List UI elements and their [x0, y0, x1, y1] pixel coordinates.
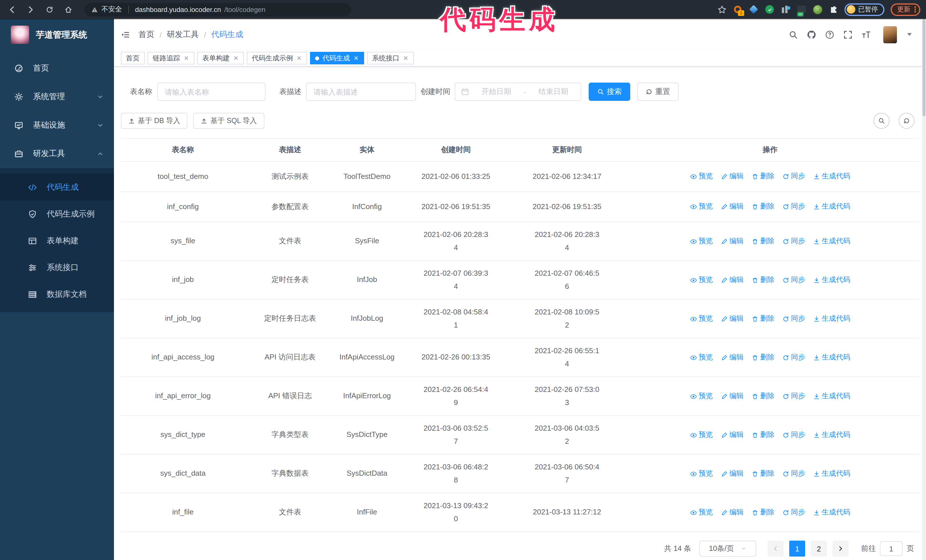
extension-monkey-icon[interactable] [813, 5, 822, 14]
table-desc-input[interactable] [306, 83, 416, 101]
browser-profile-chip[interactable]: 已暂停 [844, 3, 884, 16]
extension-columns-icon[interactable] [781, 5, 790, 14]
table-row[interactable]: sys_dict_data 字典数据表 SysDictData 2021-03-… [121, 454, 919, 494]
font-size-icon[interactable] [862, 30, 871, 39]
generate-code-link[interactable]: 生成代码 [813, 235, 850, 248]
tab-codegen[interactable]: 代码生成 [310, 52, 364, 64]
tab-codegen-example[interactable]: 代码生成示例 [247, 52, 307, 64]
user-avatar[interactable] [883, 26, 897, 43]
preview-link[interactable]: 预览 [690, 468, 713, 480]
generate-code-link[interactable]: 生成代码 [813, 171, 850, 183]
edit-link[interactable]: 编辑 [721, 390, 744, 403]
edit-link[interactable]: 编辑 [721, 429, 744, 441]
browser-home-button[interactable] [62, 3, 75, 16]
generate-code-link[interactable]: 生成代码 [813, 429, 850, 441]
bookmark-star-icon[interactable] [717, 5, 726, 14]
preview-link[interactable]: 预览 [690, 313, 713, 325]
edit-link[interactable]: 编辑 [721, 201, 744, 213]
refresh-table-button[interactable] [899, 113, 915, 129]
sidebar-collapse-icon[interactable] [121, 30, 130, 39]
window-scrollbar[interactable] [922, 19, 926, 560]
generate-code-link[interactable]: 生成代码 [813, 390, 850, 403]
generate-code-link[interactable]: 生成代码 [813, 352, 850, 364]
sync-link[interactable]: 同步 [782, 352, 805, 364]
edit-link[interactable]: 编辑 [721, 352, 744, 364]
delete-link[interactable]: 删除 [752, 201, 775, 213]
table-row[interactable]: sys_dict_type 字典类型表 SysDictType 2021-03-… [121, 416, 919, 454]
sync-link[interactable]: 同步 [782, 506, 805, 519]
app-logo-row[interactable]: 芋道管理系统 [0, 19, 114, 51]
sidebar-item-infrastructure[interactable]: 基础设施 [0, 111, 114, 140]
generate-code-link[interactable]: 生成代码 [813, 201, 850, 213]
edit-link[interactable]: 编辑 [721, 235, 744, 248]
table-row[interactable]: tool_test_demo 测试示例表 ToolTestDemo 2021-0… [121, 162, 919, 192]
generate-code-link[interactable]: 生成代码 [813, 468, 850, 480]
browser-menu-icon[interactable] [914, 6, 916, 12]
sidebar-item-dev-tools[interactable]: 研发工具 [0, 140, 114, 168]
import-sql-button[interactable]: 基于 SQL 导入 [194, 113, 265, 129]
generate-code-link[interactable]: 生成代码 [813, 506, 850, 519]
reset-button[interactable]: 重置 [637, 83, 679, 101]
close-icon[interactable] [403, 55, 409, 61]
tab-home[interactable]: 首页 [121, 52, 145, 64]
table-name-input[interactable] [157, 83, 266, 101]
preview-link[interactable]: 预览 [690, 429, 713, 441]
sidebar-item-code-generation[interactable]: 代码生成 [0, 174, 114, 201]
prev-page-button[interactable] [767, 540, 784, 557]
sidebar-item-database-docs[interactable]: 数据库文档 [0, 281, 114, 308]
help-icon[interactable] [825, 30, 834, 39]
import-db-button[interactable]: 基于 DB 导入 [121, 113, 188, 129]
delete-link[interactable]: 删除 [752, 313, 775, 325]
sync-link[interactable]: 同步 [782, 468, 805, 480]
sidebar-item-code-generation-example[interactable]: 代码生成示例 [0, 201, 114, 227]
sync-link[interactable]: 同步 [782, 390, 805, 403]
fullscreen-icon[interactable] [843, 30, 852, 39]
extension-switch-icon[interactable]: on [797, 5, 806, 14]
generate-code-link[interactable]: 生成代码 [813, 313, 850, 325]
table-row[interactable]: inf_api_error_log API 错误日志 InfApiErrorLo… [121, 377, 919, 416]
sidebar-item-system-api[interactable]: 系统接口 [0, 254, 114, 281]
close-icon[interactable] [183, 55, 189, 61]
preview-link[interactable]: 预览 [690, 274, 713, 286]
sync-link[interactable]: 同步 [782, 235, 805, 248]
sync-link[interactable]: 同步 [782, 171, 805, 183]
sync-link[interactable]: 同步 [782, 429, 805, 441]
sidebar-item-system-management[interactable]: 系统管理 [0, 83, 114, 111]
tab-system-api[interactable]: 系统接口 [367, 52, 414, 64]
extension-gem-icon[interactable] [749, 5, 758, 14]
browser-back-button[interactable] [5, 3, 19, 16]
sync-link[interactable]: 同步 [782, 274, 805, 286]
preview-link[interactable]: 预览 [690, 171, 713, 183]
sidebar-item-form-builder[interactable]: 表单构建 [0, 227, 114, 254]
breadcrumb-dev-tools[interactable]: 研发工具 [167, 29, 199, 39]
generate-code-link[interactable]: 生成代码 [813, 274, 850, 286]
date-range-picker[interactable]: 开始日期 - 结束日期 [455, 83, 581, 101]
delete-link[interactable]: 删除 [752, 506, 775, 519]
toggle-search-button[interactable] [873, 113, 890, 129]
delete-link[interactable]: 删除 [752, 274, 775, 286]
delete-link[interactable]: 删除 [752, 468, 775, 480]
browser-forward-button[interactable] [24, 3, 38, 16]
delete-link[interactable]: 删除 [752, 235, 775, 248]
tab-trace[interactable]: 链路追踪 [148, 52, 194, 64]
table-row[interactable]: inf_api_access_log API 访问日志表 InfApiAcces… [121, 338, 919, 377]
sync-link[interactable]: 同步 [782, 313, 805, 325]
table-row[interactable]: sys_file 文件表 SysFile 2021-02-06 20:28:34… [121, 222, 919, 261]
header-search-icon[interactable] [789, 30, 798, 39]
tab-form-builder[interactable]: 表单构建 [197, 52, 244, 64]
next-page-button[interactable] [832, 540, 849, 557]
close-icon[interactable] [233, 55, 239, 61]
github-icon[interactable] [807, 30, 816, 39]
extension-green-check-icon[interactable] [765, 5, 775, 14]
address-bar[interactable]: 不安全 dashboard.yudao.iocoder.cn/tool/code… [84, 3, 351, 16]
edit-link[interactable]: 编辑 [721, 274, 744, 286]
sidebar-item-home[interactable]: 首页 [0, 54, 114, 83]
page-size-select[interactable]: 10条/页 [699, 540, 756, 557]
edit-link[interactable]: 编辑 [721, 171, 744, 183]
table-row[interactable]: inf_config 参数配置表 InfConfig 2021-02-06 19… [121, 192, 919, 222]
delete-link[interactable]: 删除 [752, 171, 775, 183]
breadcrumb-home[interactable]: 首页 [138, 29, 154, 39]
delete-link[interactable]: 删除 [752, 390, 775, 403]
delete-link[interactable]: 删除 [752, 352, 775, 364]
edit-link[interactable]: 编辑 [721, 468, 744, 480]
